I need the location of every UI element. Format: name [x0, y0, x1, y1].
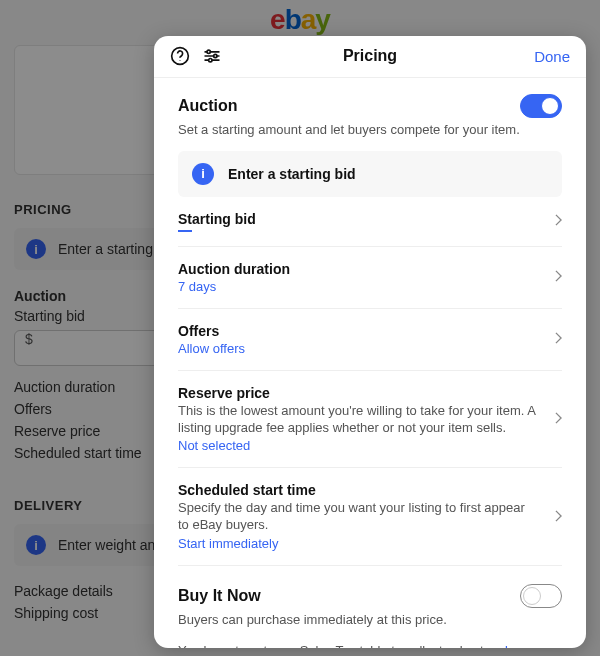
svg-point-6 — [214, 55, 217, 58]
row-auction-duration[interactable]: Auction duration 7 days — [178, 247, 562, 309]
buy-it-now-title: Buy It Now — [178, 587, 261, 605]
row-label: Offers — [178, 323, 562, 339]
svg-point-1 — [180, 60, 181, 61]
row-label: Starting bid — [178, 211, 562, 227]
chevron-right-icon — [555, 508, 562, 526]
row-label: Reserve price — [178, 385, 562, 401]
auction-subtitle: Set a starting amount and let buyers com… — [178, 122, 562, 137]
row-reserve-price[interactable]: Reserve price This is the lowest amount … — [178, 371, 562, 469]
row-offers[interactable]: Offers Allow offers — [178, 309, 562, 371]
row-label: Auction duration — [178, 261, 562, 277]
row-description: This is the lowest amount you're willing… — [178, 403, 562, 437]
row-value: 7 days — [178, 279, 562, 294]
row-scheduled-start[interactable]: Scheduled start time Specify the day and… — [178, 468, 562, 566]
chevron-right-icon — [555, 268, 562, 286]
settings-sliders-icon[interactable] — [202, 46, 222, 66]
row-value: Not selected — [178, 438, 562, 453]
starting-bid-alert: i Enter a starting bid — [178, 151, 562, 197]
sales-tax-note: You have to set up a Sales Tax table to … — [178, 643, 562, 648]
row-value: Start immediately — [178, 536, 562, 551]
pricing-modal: Pricing Done Auction Set a starting amou… — [154, 36, 586, 648]
chevron-right-icon — [555, 212, 562, 230]
auction-title: Auction — [178, 97, 238, 115]
starting-bid-alert-text: Enter a starting bid — [228, 166, 356, 182]
modal-body: Auction Set a starting amount and let bu… — [154, 78, 586, 648]
row-starting-bid[interactable]: Starting bid — [178, 197, 562, 247]
svg-point-5 — [207, 51, 210, 54]
info-icon: i — [192, 163, 214, 185]
row-description: Specify the day and time you want your l… — [178, 500, 562, 534]
buy-it-now-toggle[interactable] — [520, 584, 562, 608]
chevron-right-icon — [555, 410, 562, 428]
tax-note-text: You have to set up a Sales Tax table to … — [178, 643, 505, 648]
svg-point-7 — [209, 59, 212, 62]
row-value: Allow offers — [178, 341, 562, 356]
row-label: Scheduled start time — [178, 482, 562, 498]
help-icon[interactable] — [170, 46, 190, 66]
auction-toggle[interactable] — [520, 94, 562, 118]
modal-header: Pricing Done — [154, 36, 586, 78]
starting-bid-empty-indicator — [178, 230, 192, 232]
buy-it-now-subtitle: Buyers can purchase immediately at this … — [178, 612, 562, 627]
chevron-right-icon — [555, 330, 562, 348]
modal-title: Pricing — [343, 47, 397, 65]
done-button[interactable]: Done — [534, 48, 570, 65]
